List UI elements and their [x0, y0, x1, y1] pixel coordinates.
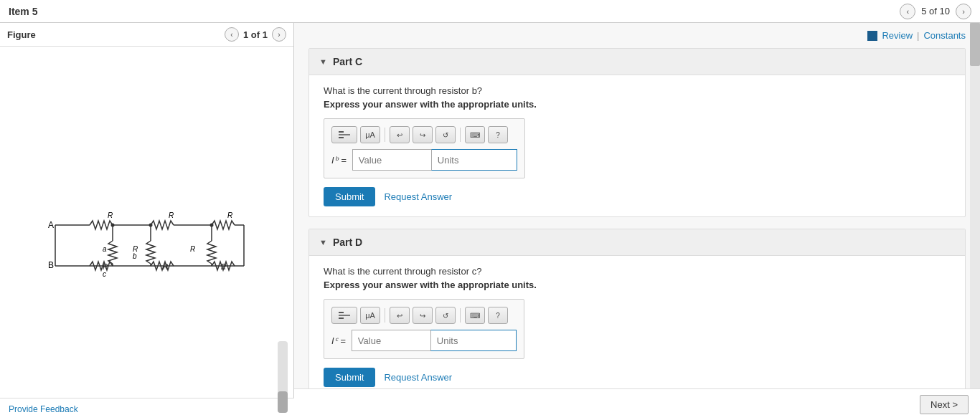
part-d-request-link[interactable]: Request Answer: [384, 372, 452, 383]
right-scrollbar[interactable]: ▲ ▼: [970, 23, 980, 420]
right-scroll-thumb: [970, 23, 980, 66]
svg-text:A: A: [48, 220, 54, 230]
left-scroll-thumb: [278, 391, 288, 413]
svg-text:R: R: [108, 211, 113, 219]
right-panel[interactable]: Review | Constants ▼ Part C What is the …: [294, 23, 980, 420]
undo-button-c[interactable]: ↩: [390, 126, 410, 143]
part-c-arrow: ▼: [319, 57, 327, 66]
part-d-question: What is the current through resistor c?: [324, 266, 951, 277]
svg-text:b: b: [133, 252, 137, 260]
next-nav-button[interactable]: ›: [956, 4, 971, 19]
left-panel: Figure ‹ 1 of 1 › A B a b c R R R R: [0, 23, 294, 420]
part-d-arrow: ▼: [319, 238, 327, 247]
page-info: 5 of 10: [921, 6, 950, 16]
toolbar-sep-2-c: [460, 128, 461, 142]
toolbar-sep-1-c: [385, 128, 385, 142]
pagination: ‹ 5 of 10 ›: [900, 4, 971, 19]
part-d-header[interactable]: ▼ Part D: [309, 229, 965, 256]
part-c-question: What is the current through resistor b?: [324, 85, 951, 96]
part-c-section: ▼ Part C What is the current through res…: [308, 48, 966, 217]
part-d-body: What is the current through resistor c? …: [309, 256, 965, 397]
part-c-submit-button[interactable]: Submit: [324, 187, 375, 206]
figure-nav: ‹ 1 of 1 ›: [225, 27, 286, 42]
circuit-diagram: A B a b c R R R R R R R R: [39, 176, 255, 291]
redo-button-c[interactable]: ↪: [413, 126, 433, 143]
help-button-d[interactable]: ?: [488, 307, 508, 324]
feedback-link[interactable]: Provide Feedback: [9, 404, 78, 414]
part-c-body: What is the current through resistor b? …: [309, 75, 965, 216]
part-d-value-input[interactable]: [352, 330, 430, 351]
top-bar: Item 5 ‹ 5 of 10 ›: [0, 0, 980, 23]
svg-rect-29: [339, 131, 344, 133]
bottom-nav: Next >: [294, 388, 980, 420]
mu-button-c[interactable]: μA: [360, 126, 380, 143]
figure-body: A B a b c R R R R R R R R: [0, 47, 293, 420]
svg-text:B: B: [48, 260, 54, 270]
help-button-c[interactable]: ?: [488, 126, 508, 143]
fraction-button-d[interactable]: [331, 307, 357, 324]
part-c-label: Part C: [333, 56, 362, 67]
part-c-eq-label: Iᵇ =: [331, 155, 347, 166]
left-scrollbar[interactable]: [278, 341, 288, 413]
item-label: Item 5: [9, 6, 37, 17]
part-c-answer-container: μA ↩ ↪ ↺ ⌨ ? Iᵇ =: [324, 118, 525, 178]
svg-text:R: R: [169, 211, 174, 219]
svg-rect-32: [339, 312, 344, 313]
constants-link[interactable]: Constants: [923, 30, 966, 41]
link-separator: |: [917, 30, 919, 41]
part-d-answer-container: μA ↩ ↪ ↺ ⌨ ? Iᶜ =: [324, 299, 524, 359]
part-c-input-row: Iᵇ =: [331, 149, 517, 171]
part-c-value-input[interactable]: [352, 149, 431, 171]
undo-button-d[interactable]: ↩: [390, 307, 410, 324]
figure-page: 1 of 1: [243, 29, 268, 40]
part-d-units-input[interactable]: [430, 330, 517, 351]
svg-point-19: [110, 223, 114, 226]
part-d-toolbar: μA ↩ ↪ ↺ ⌨ ?: [331, 307, 517, 324]
svg-text:R: R: [227, 211, 232, 219]
top-links: Review | Constants: [308, 30, 966, 41]
part-d-submit-button[interactable]: Submit: [324, 368, 375, 387]
mu-button-d[interactable]: μA: [360, 307, 380, 324]
part-c-instruction: Express your answer with the appropriate…: [324, 99, 951, 110]
prev-nav-button[interactable]: ‹: [900, 4, 915, 19]
part-d-label: Part D: [333, 237, 362, 248]
part-c-units-input[interactable]: [431, 149, 517, 171]
redo-button-d[interactable]: ↪: [413, 307, 433, 324]
toolbar-sep-1-d: [385, 308, 385, 323]
feedback-bar: Provide Feedback: [0, 398, 294, 420]
figure-header: Figure ‹ 1 of 1 ›: [0, 23, 293, 47]
main-layout: Figure ‹ 1 of 1 › A B a b c R R R R: [0, 23, 980, 420]
part-c-action-row: Submit Request Answer: [324, 187, 951, 206]
part-d-eq-label: Iᶜ =: [331, 335, 346, 346]
right-panel-inner: Review | Constants ▼ Part C What is the …: [294, 23, 980, 420]
keyboard-button-d[interactable]: ⌨: [465, 307, 485, 324]
keyboard-button-c[interactable]: ⌨: [465, 126, 485, 143]
reset-button-c[interactable]: ↺: [435, 126, 456, 143]
part-d-action-row: Submit Request Answer: [324, 368, 951, 387]
next-button[interactable]: Next >: [920, 395, 969, 414]
svg-text:a: a: [103, 245, 107, 253]
fraction-button-c[interactable]: [331, 126, 357, 143]
figure-label: Figure: [7, 29, 36, 40]
part-d-instruction: Express your answer with the appropriate…: [324, 280, 951, 290]
toolbar-sep-2-d: [460, 308, 461, 323]
reset-button-d[interactable]: ↺: [435, 307, 456, 324]
part-c-toolbar: μA ↩ ↪ ↺ ⌨ ?: [331, 126, 517, 143]
svg-text:R: R: [133, 245, 138, 253]
part-d-section: ▼ Part D What is the current through res…: [308, 229, 966, 398]
svg-rect-31: [339, 137, 344, 138]
part-d-input-row: Iᶜ =: [331, 330, 517, 351]
figure-prev-button[interactable]: ‹: [225, 27, 239, 42]
svg-text:R: R: [190, 245, 195, 253]
part-c-header[interactable]: ▼ Part C: [309, 49, 965, 75]
figure-next-button[interactable]: ›: [272, 27, 286, 42]
review-link[interactable]: Review: [882, 30, 913, 41]
svg-rect-34: [339, 318, 344, 319]
svg-text:c: c: [103, 270, 106, 278]
part-c-request-link[interactable]: Request Answer: [384, 191, 452, 202]
review-icon: [867, 31, 877, 41]
